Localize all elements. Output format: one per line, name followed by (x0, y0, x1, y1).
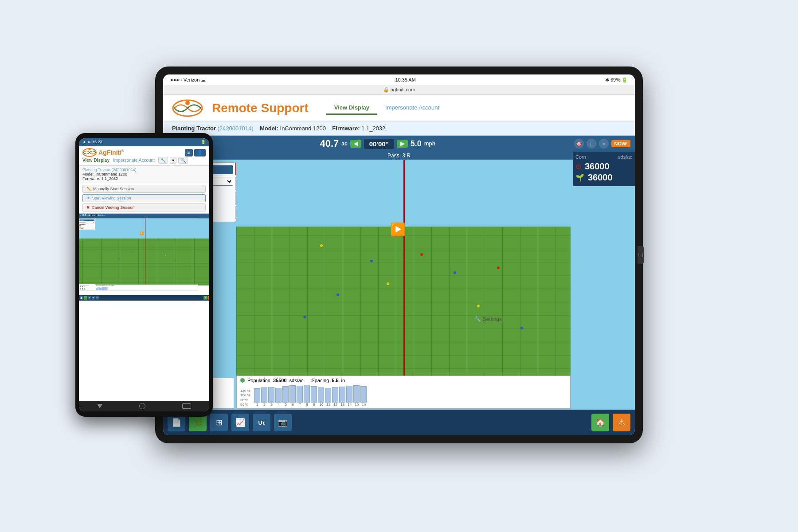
cancel-viewing-label: Cancel Viewing Session (92, 205, 134, 210)
chart-bar-8 (304, 385, 310, 403)
corn-value-1: 36000 (585, 161, 610, 172)
remote-support-title: Remote Support (212, 101, 309, 115)
phone-logo-text: AgFiniti® (98, 149, 124, 156)
manually-start-button[interactable]: ✏️ Manually Start Session (82, 185, 206, 193)
farm-topbar: ≡ 40.7 ac ◀ 00'00" ▶ 5.0 mph 🎯 □ ≡ (163, 136, 635, 152)
tablet-screen: ●●●○ Verizon ☁ 10:35 AM ✱ 69% 🔋 🔒 agfini… (163, 74, 635, 435)
pct-80: 80 % (240, 398, 250, 402)
population-unit: sds/ac (289, 378, 304, 383)
svg-point-1 (185, 101, 190, 105)
device-id: (2420001014) (218, 125, 254, 132)
phone-search-icon[interactable]: 🔍 (178, 157, 188, 164)
seed-scatter-blue5 (520, 327, 523, 329)
chart-x-label-10: 10 (318, 403, 325, 407)
chart-bar-1 (254, 388, 260, 403)
tab-impersonate-account[interactable]: Impersonate Account (377, 102, 447, 115)
battery-level: 69% (610, 77, 620, 82)
bottom-toolbar: 📄 🌿 ⊞ 📈 Uτ 📷 🏠 ⚠ (163, 410, 635, 435)
ut-icon[interactable]: Uτ (253, 414, 270, 431)
hamburger-button[interactable]: ≡ (185, 149, 193, 156)
carrier-signal: ●●●○ Verizon ☁ (170, 77, 206, 83)
pass-label: Pass: 3 R (163, 152, 635, 160)
acreage-label: ac (341, 141, 347, 147)
chart-bar-6 (289, 385, 296, 403)
home-button[interactable] (139, 403, 145, 409)
chart-bar-2 (261, 387, 267, 403)
model-value: InCommand 1200 (280, 125, 326, 132)
warning-icon[interactable]: ⚠ (613, 414, 630, 431)
population-label: Population (247, 378, 270, 383)
acreage-value: 40.7 (320, 138, 339, 149)
back-button[interactable] (97, 404, 102, 408)
list-icon[interactable]: ≡ (599, 139, 609, 149)
target-icon[interactable]: 🎯 (574, 139, 584, 149)
chart-bar-9 (311, 386, 317, 403)
chart-y-labels: 120 % 100 % 80 % 60 % (240, 389, 250, 407)
grid-icon[interactable]: ⊞ (210, 414, 228, 431)
chart-x-label-3: 3 (268, 403, 275, 407)
seed-scatter-blue2 (454, 271, 456, 274)
seed-scatter-yellow1 (387, 282, 389, 285)
battery-info: ✱ 69% 🔋 (605, 77, 628, 83)
chart-bar-5 (282, 386, 289, 403)
direction-indicator-right: ▶ (397, 140, 408, 148)
pencil-icon: ✏️ (86, 187, 91, 191)
chart-x-label-11: 11 (325, 403, 332, 407)
recents-button[interactable] (182, 403, 191, 409)
pct-100: 100 % (240, 393, 250, 397)
phone-filter-icon[interactable]: ▾ (170, 157, 176, 164)
phone-tools-icon[interactable]: 🔧 (158, 157, 168, 164)
tab-view-display[interactable]: View Display (326, 102, 377, 115)
user-button[interactable]: 👤 (194, 149, 206, 156)
chart-bar-4 (275, 388, 282, 403)
phone-model: Model: InCommand 1200 (82, 172, 206, 176)
chart-bar-16 (360, 386, 367, 403)
corn-header: Corn (575, 154, 586, 160)
tablet-statusbar: ●●●○ Verizon ☁ 10:35 AM ✱ 69% 🔋 (163, 74, 635, 85)
seed-scatter-yellow3 (320, 244, 323, 247)
agfiniti-logo-icon (172, 99, 203, 117)
url-bar[interactable]: 🔒 agfiniti.com (163, 85, 635, 95)
chart-icon[interactable]: 📈 (231, 414, 249, 431)
device-name: Planting Tractor (172, 125, 216, 132)
home-icon[interactable]: 🏠 (591, 414, 609, 431)
chart-bar-15 (353, 385, 360, 403)
phone-logo-reg: ® (121, 149, 124, 153)
cancel-viewing-button[interactable]: ✖ Cancel Viewing Session (82, 203, 206, 211)
phone-battery: 🔋 (201, 140, 206, 145)
sds-header: sds/ac (618, 154, 632, 160)
chart-x-label-1: 1 (254, 403, 261, 407)
population-bar: Population 35500 sds/ac Spacing 5.5 in 1… (236, 376, 571, 409)
field-visualization: ▶️ 🔧 Settings (236, 160, 571, 382)
population-value: 35500 (273, 378, 287, 383)
page-header: Remote Support View Display Impersonate … (163, 95, 635, 121)
start-viewing-button[interactable]: 👁 Start Viewing Session (82, 194, 206, 202)
chart-x-label-4: 4 (275, 403, 282, 407)
phone-tab-view-display[interactable]: View Display (82, 158, 110, 163)
view-icon[interactable]: □ (587, 139, 596, 149)
camera-icon[interactable]: 📷 (274, 414, 292, 431)
firmware-label: Firmware: (332, 125, 360, 132)
topbar-icons: 🎯 □ ≡ NOW! (574, 139, 630, 149)
firmware-value: 1.1_2032 (361, 125, 385, 132)
speed-value: 5.0 (411, 139, 422, 149)
settings-text: Settings (483, 316, 502, 322)
farm-speed-display: 40.7 ac ◀ 00'00" ▶ 5.0 mph (181, 138, 574, 149)
phone-device: ▲ ≋ 15:23 🔋 AgFiniti® (75, 133, 213, 417)
chart-x-labels: 12345678910111213141516 (254, 403, 567, 407)
plant-icon-green: 🌱 (575, 173, 584, 182)
chart-x-label-5: 5 (282, 403, 289, 407)
tablet-home-button[interactable] (638, 246, 644, 264)
seed-scatter-yellow2 (477, 305, 480, 307)
phone-mini-display: ≡ 40.7ac ◀ 00'00" ▶ 5.0mph Pass: 3 R Leg… (79, 213, 209, 401)
farm-display-area: ≡ 40.7 ac ◀ 00'00" ▶ 5.0 mph 🎯 □ ≡ (163, 136, 635, 435)
clock: 10:35 AM (395, 77, 415, 82)
phone-statusbar: ▲ ≋ 15:23 🔋 (79, 138, 209, 146)
toolbar-right-icons: 🏠 ⚠ (591, 414, 630, 431)
scene: ●●●○ Verizon ☁ 10:35 AM ✱ 69% 🔋 🔒 agfini… (89, 44, 709, 488)
seed-scatter-blue3 (336, 293, 339, 296)
phone-tab-impersonate[interactable]: Impersonate Account (113, 158, 155, 163)
chart-bar-3 (268, 387, 274, 403)
settings-label: 🔧 Settings (474, 316, 502, 322)
spacing-value: 5.5 (332, 378, 338, 383)
